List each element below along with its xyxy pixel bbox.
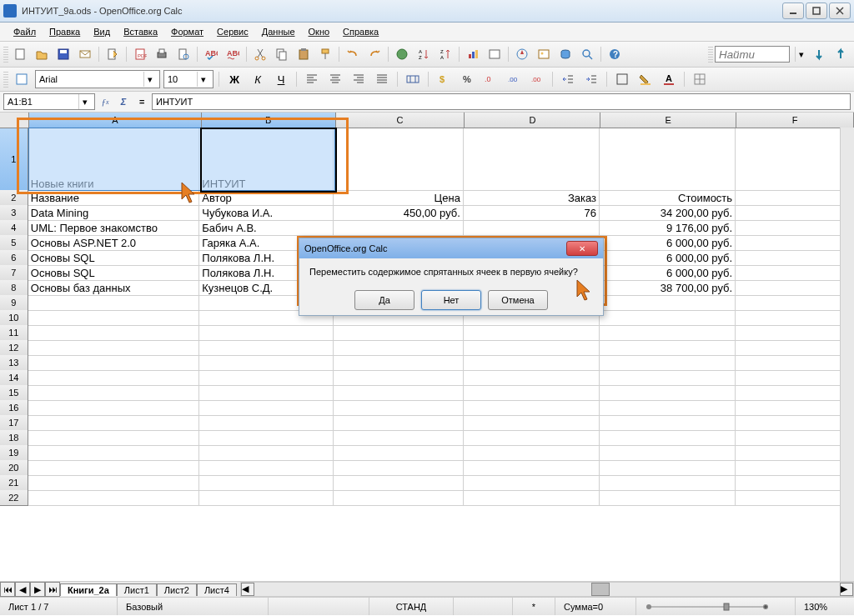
cell[interactable]: 9 176,00 руб. — [600, 220, 736, 236]
export-pdf-icon[interactable]: PDF — [130, 44, 150, 64]
vertical-scrollbar[interactable] — [840, 128, 854, 581]
format-paint-icon[interactable] — [315, 44, 335, 64]
cell[interactable] — [28, 370, 200, 386]
cell[interactable] — [464, 490, 600, 506]
cell[interactable] — [736, 205, 854, 221]
styles-icon[interactable] — [12, 69, 32, 89]
cell[interactable] — [334, 490, 463, 506]
cell[interactable] — [600, 475, 736, 491]
row-header[interactable]: 8 — [0, 280, 28, 296]
dialog-close-button[interactable]: ✕ — [566, 241, 598, 256]
print-icon[interactable] — [152, 44, 172, 64]
cell[interactable]: Чубукова И.А. — [199, 205, 334, 221]
cell[interactable] — [464, 220, 600, 236]
chart-icon[interactable] — [463, 44, 483, 64]
grid-lines-icon[interactable] — [690, 69, 710, 89]
cell[interactable] — [736, 445, 854, 461]
cell[interactable] — [334, 445, 463, 461]
col-header-F[interactable]: F — [736, 113, 854, 128]
cut-icon[interactable] — [250, 44, 270, 64]
cell[interactable] — [28, 400, 200, 416]
cell[interactable]: 34 200,00 руб. — [600, 205, 736, 221]
percent-icon[interactable]: % — [457, 69, 477, 89]
cell-reference-box[interactable]: A1:B1▾ — [3, 93, 95, 110]
copy-icon[interactable] — [272, 44, 292, 64]
cell[interactable] — [334, 415, 463, 431]
cell[interactable] — [736, 190, 854, 206]
cell[interactable] — [736, 250, 854, 266]
cell[interactable]: 38 700,00 руб. — [600, 280, 736, 296]
cell[interactable] — [28, 475, 200, 491]
tab-next-icon[interactable]: ▶ — [30, 582, 45, 597]
cell[interactable]: Новые книги — [28, 128, 200, 193]
save-icon[interactable] — [53, 44, 73, 64]
menu-edit[interactable]: Правка — [43, 25, 87, 38]
cell[interactable] — [199, 385, 334, 401]
cell[interactable]: Основы ASP.NET 2.0 — [28, 235, 200, 251]
dialog-no-button[interactable]: Нет — [421, 290, 481, 310]
format-grip[interactable] — [3, 71, 8, 88]
cell[interactable] — [600, 415, 736, 431]
number-format-icon[interactable]: .0 — [480, 69, 500, 89]
cell[interactable] — [736, 325, 854, 341]
col-header-B[interactable]: B — [202, 113, 336, 128]
cell[interactable] — [736, 490, 854, 506]
cell[interactable] — [600, 325, 736, 341]
equals-icon[interactable]: = — [133, 93, 150, 110]
show-draw-icon[interactable] — [485, 44, 505, 64]
dialog-cancel-button[interactable]: Отмена — [488, 290, 548, 310]
menu-file[interactable]: Файл — [7, 25, 43, 38]
cell[interactable] — [600, 445, 736, 461]
cell[interactable] — [736, 128, 854, 191]
edit-icon[interactable] — [103, 44, 123, 64]
cell[interactable]: 6 000,00 руб. — [600, 235, 736, 251]
cell[interactable] — [600, 385, 736, 401]
horizontal-scrollbar[interactable]: ◀▶ — [240, 582, 854, 597]
cell[interactable] — [199, 445, 334, 461]
cell[interactable] — [736, 370, 854, 386]
cell[interactable] — [600, 460, 736, 476]
dialog-yes-button[interactable]: Да — [354, 290, 414, 310]
status-mode[interactable]: СТАНД — [369, 598, 454, 615]
row-header[interactable]: 11 — [0, 325, 28, 341]
cell[interactable] — [28, 445, 200, 461]
cell[interactable] — [736, 415, 854, 431]
align-left-icon[interactable] — [302, 69, 322, 89]
gallery-icon[interactable] — [534, 44, 554, 64]
sort-asc-icon[interactable]: AZ — [414, 44, 434, 64]
cell[interactable] — [28, 385, 200, 401]
cell[interactable]: UML: Первое знакомство — [28, 220, 200, 236]
row-header[interactable]: 10 — [0, 310, 28, 326]
row-header[interactable]: 14 — [0, 370, 28, 386]
cell[interactable] — [334, 325, 463, 341]
underline-icon[interactable]: Ч — [271, 69, 291, 89]
cell[interactable] — [464, 370, 600, 386]
remove-decimal-icon[interactable]: .00 — [527, 69, 547, 89]
tab-prev-icon[interactable]: ◀ — [15, 582, 30, 597]
menu-format[interactable]: Формат — [164, 25, 210, 38]
cell[interactable] — [199, 475, 334, 491]
align-center-icon[interactable] — [325, 69, 345, 89]
toolbar-grip[interactable] — [3, 46, 8, 63]
cell[interactable]: Автор — [199, 190, 334, 206]
cell[interactable] — [28, 295, 200, 311]
cell[interactable]: ИНТУИТ — [199, 128, 334, 193]
zoom-slider[interactable] — [636, 598, 796, 615]
cell[interactable] — [600, 370, 736, 386]
zoom-icon[interactable] — [577, 44, 597, 64]
select-all-corner[interactable] — [0, 113, 29, 128]
cell[interactable] — [464, 460, 600, 476]
currency-icon[interactable]: $ — [434, 69, 454, 89]
cell[interactable] — [28, 490, 200, 506]
row-header[interactable]: 13 — [0, 355, 28, 371]
cell[interactable] — [600, 340, 736, 356]
row-header[interactable]: 9 — [0, 295, 28, 311]
cell[interactable] — [464, 355, 600, 371]
cell[interactable] — [28, 415, 200, 431]
cell[interactable]: Основы SQL — [28, 265, 200, 281]
cell[interactable] — [28, 430, 200, 446]
cell[interactable] — [600, 430, 736, 446]
cell[interactable] — [736, 340, 854, 356]
cell[interactable] — [736, 430, 854, 446]
cell[interactable] — [464, 445, 600, 461]
